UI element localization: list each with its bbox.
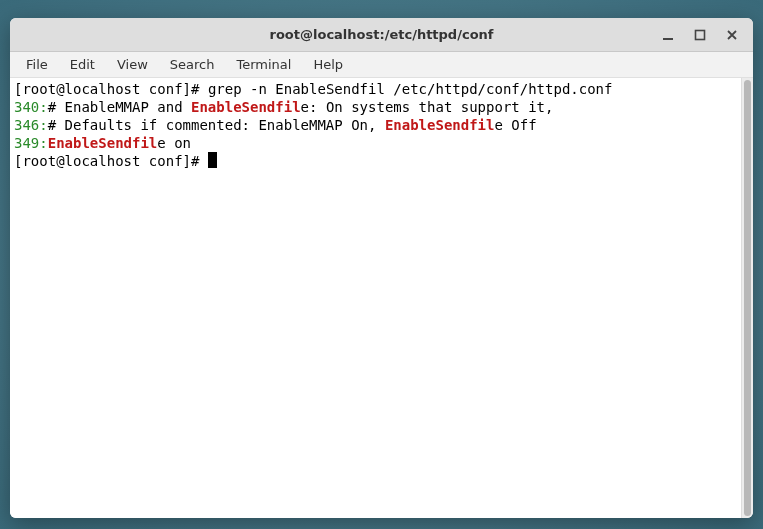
cursor-block	[208, 152, 217, 168]
menu-view[interactable]: View	[107, 54, 158, 75]
prompt: [root@localhost conf]#	[14, 81, 208, 97]
line-post: e: On systems that support it,	[301, 99, 554, 115]
line-number: 349:	[14, 135, 48, 151]
line-post: e Off	[494, 117, 536, 133]
terminal-line: [root@localhost conf]# grep -n EnableSen…	[14, 80, 737, 98]
close-button[interactable]	[717, 22, 747, 48]
scrollbar-thumb[interactable]	[744, 80, 751, 516]
minimize-button[interactable]	[653, 22, 683, 48]
grep-match: EnableSendfil	[191, 99, 301, 115]
grep-match: EnableSendfil	[385, 117, 495, 133]
maximize-icon	[694, 29, 706, 41]
menu-edit[interactable]: Edit	[60, 54, 105, 75]
menu-search[interactable]: Search	[160, 54, 225, 75]
window-controls	[653, 18, 747, 51]
terminal-line: 340:# EnableMMAP and EnableSendfile: On …	[14, 98, 737, 116]
menu-terminal[interactable]: Terminal	[226, 54, 301, 75]
window-title: root@localhost:/etc/httpd/conf	[270, 27, 494, 42]
grep-match: EnableSendfil	[48, 135, 158, 151]
terminal-body[interactable]: [root@localhost conf]# grep -n EnableSen…	[10, 78, 741, 518]
terminal-line: 346:# Defaults if commented: EnableMMAP …	[14, 116, 737, 134]
close-icon	[726, 29, 738, 41]
scrollbar[interactable]	[741, 78, 753, 518]
line-number: 340:	[14, 99, 48, 115]
menubar: File Edit View Search Terminal Help	[10, 52, 753, 78]
minimize-icon	[662, 29, 674, 41]
svg-rect-1	[696, 30, 705, 39]
command-text: grep -n EnableSendfil /etc/httpd/conf/ht…	[208, 81, 613, 97]
menu-file[interactable]: File	[16, 54, 58, 75]
line-pre: # EnableMMAP and	[48, 99, 191, 115]
maximize-button[interactable]	[685, 22, 715, 48]
line-pre: # Defaults if commented: EnableMMAP On,	[48, 117, 385, 133]
terminal-window: root@localhost:/etc/httpd/conf File Edit…	[10, 18, 753, 518]
line-number: 346:	[14, 117, 48, 133]
line-post: e on	[157, 135, 191, 151]
terminal-line: 349:EnableSendfile on	[14, 134, 737, 152]
terminal-wrap: [root@localhost conf]# grep -n EnableSen…	[10, 78, 753, 518]
svg-rect-0	[663, 38, 673, 40]
titlebar: root@localhost:/etc/httpd/conf	[10, 18, 753, 52]
terminal-line: [root@localhost conf]#	[14, 152, 737, 170]
menu-help[interactable]: Help	[303, 54, 353, 75]
prompt: [root@localhost conf]#	[14, 153, 208, 169]
